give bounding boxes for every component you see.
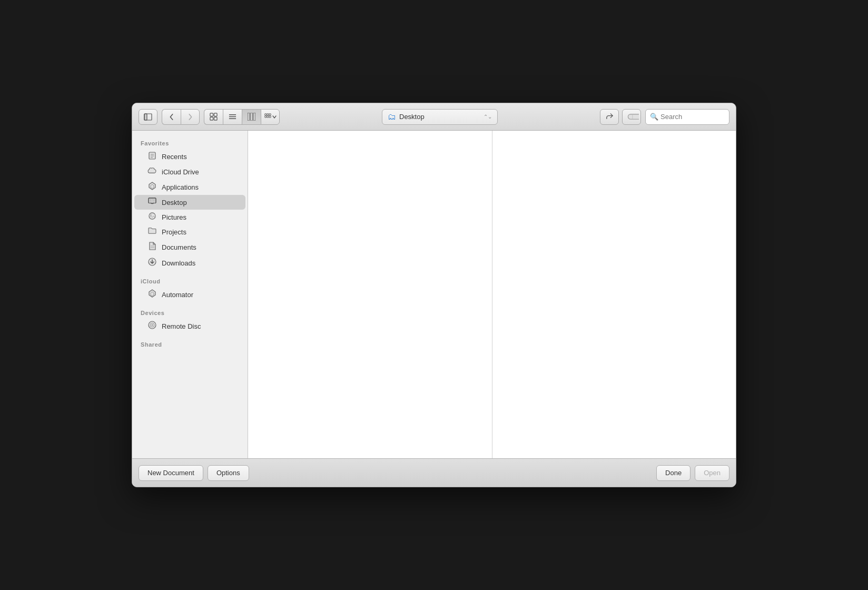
downloads-icon — [147, 258, 157, 268]
forward-icon — [188, 113, 193, 121]
share-icon — [606, 113, 614, 121]
sidebar-item-downloads[interactable]: Downloads — [134, 255, 245, 271]
svg-rect-11 — [248, 113, 255, 121]
file-browser — [248, 131, 736, 458]
shared-section-label: Shared — [132, 338, 248, 350]
folder-svg — [147, 227, 157, 234]
gallery-view-button[interactable] — [261, 109, 280, 125]
applications-label: Applications — [162, 183, 199, 191]
back-icon — [169, 113, 174, 121]
remote-disc-icon — [147, 321, 157, 331]
folder-icon: 🗂 — [388, 112, 396, 122]
tag-button[interactable] — [622, 109, 641, 125]
svg-rect-16 — [267, 116, 268, 117]
svg-rect-12 — [264, 114, 266, 115]
sidebar-item-projects[interactable]: Projects — [134, 224, 245, 239]
search-input[interactable] — [660, 113, 725, 121]
recents-icon — [147, 151, 157, 162]
icloud-section-label: iCloud — [132, 275, 248, 287]
nav-buttons — [162, 109, 200, 125]
svg-rect-17 — [269, 116, 270, 117]
icon-view-icon — [210, 113, 218, 121]
pictures-icon — [147, 212, 157, 222]
applications-icon — [147, 182, 157, 192]
remote-disc-label: Remote Disc — [162, 322, 201, 330]
svg-rect-3 — [214, 113, 217, 116]
svg-rect-5 — [214, 117, 217, 120]
content-area: Favorites Recents — [132, 131, 736, 458]
list-view-icon — [229, 113, 236, 121]
search-icon: 🔍 — [650, 113, 658, 121]
sidebar: Favorites Recents — [132, 131, 248, 458]
sidebar-item-pictures[interactable]: Pictures — [134, 210, 245, 224]
toolbar: 🗂 Desktop ⌃⌄ 🔍 — [132, 103, 736, 131]
list-view-button[interactable] — [223, 109, 242, 125]
view-buttons — [204, 109, 280, 125]
sidebar-item-remote-disc[interactable]: Remote Disc — [134, 318, 245, 334]
desktop-icon — [147, 198, 157, 207]
icon-view-button[interactable] — [204, 109, 223, 125]
options-button[interactable]: Options — [208, 465, 249, 481]
svg-point-32 — [149, 213, 155, 219]
tag-icon — [624, 113, 639, 121]
favorites-section-label: Favorites — [132, 137, 248, 149]
recents-label: Recents — [162, 153, 187, 161]
cloud-svg — [147, 167, 157, 174]
sidebar-item-automator[interactable]: Automator — [134, 287, 245, 302]
sidebar-item-recents[interactable]: Recents — [134, 149, 245, 164]
documents-icon — [147, 242, 157, 252]
bottom-right-buttons: Done Open — [656, 465, 729, 481]
svg-point-34 — [151, 215, 151, 215]
location-name: 🗂 Desktop — [388, 112, 425, 122]
applications-svg — [148, 182, 156, 190]
share-button[interactable] — [600, 109, 619, 125]
open-button[interactable]: Open — [695, 465, 729, 481]
column-view-icon — [248, 113, 255, 121]
projects-icon — [147, 227, 157, 237]
automator-icon — [147, 289, 157, 300]
location-pill[interactable]: 🗂 Desktop ⌃⌄ — [382, 109, 498, 125]
svg-rect-14 — [269, 114, 270, 115]
gallery-dropdown-icon — [272, 115, 277, 119]
gallery-view-icon — [264, 113, 271, 120]
svg-point-41 — [152, 324, 153, 326]
svg-rect-13 — [267, 114, 268, 115]
svg-rect-18 — [628, 114, 639, 119]
sidebar-item-documents[interactable]: Documents — [134, 239, 245, 255]
action-buttons — [600, 109, 641, 125]
sidebar-toggle-icon — [144, 113, 152, 121]
svg-rect-2 — [210, 113, 213, 116]
desktop-label: Desktop — [162, 199, 187, 206]
location-chevron-icon: ⌃⌄ — [484, 114, 492, 120]
sidebar-item-icloud-drive[interactable]: iCloud Drive — [134, 164, 245, 179]
bottom-bar: New Document Options Done Open — [132, 458, 736, 487]
finder-window: 🗂 Desktop ⌃⌄ 🔍 — [132, 103, 736, 487]
forward-button[interactable] — [181, 109, 200, 125]
downloads-svg — [148, 258, 156, 266]
disc-svg — [147, 321, 157, 329]
automator-label: Automator — [162, 291, 193, 299]
done-button[interactable]: Done — [656, 465, 691, 481]
recents-svg — [148, 151, 156, 160]
sidebar-item-desktop[interactable]: Desktop — [134, 195, 245, 210]
sidebar-item-applications[interactable]: Applications — [134, 179, 245, 195]
pictures-svg — [147, 212, 157, 220]
svg-rect-4 — [210, 117, 213, 120]
column-view-button[interactable] — [242, 109, 261, 125]
new-document-button[interactable]: New Document — [139, 465, 203, 481]
column-panel-right — [492, 131, 736, 458]
devices-section-label: Devices — [132, 307, 248, 318]
search-bar[interactable]: 🔍 — [645, 109, 729, 125]
projects-label: Projects — [162, 228, 186, 236]
pictures-label: Pictures — [162, 213, 186, 221]
location-bar: 🗂 Desktop ⌃⌄ — [284, 109, 596, 125]
back-button[interactable] — [162, 109, 181, 125]
documents-svg — [149, 242, 156, 250]
automator-svg — [148, 289, 156, 298]
svg-rect-24 — [149, 198, 156, 203]
icloud-drive-icon — [147, 167, 157, 176]
svg-rect-15 — [264, 116, 266, 117]
column-panel-left — [248, 131, 492, 458]
sidebar-toggle-button[interactable] — [139, 109, 157, 125]
desktop-svg — [147, 198, 157, 205]
